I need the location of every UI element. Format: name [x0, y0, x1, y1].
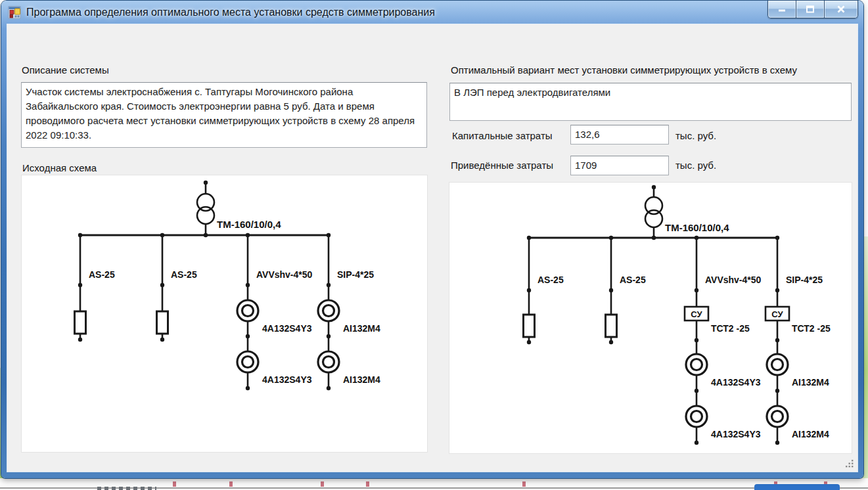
- reduced-costs-input[interactable]: 1709: [570, 156, 669, 175]
- motor-label: 4A132S4Y3: [711, 429, 761, 439]
- reduced-costs-unit: тыс. руб.: [675, 160, 716, 171]
- app-window: Программа определения оптимального места…: [1, 1, 863, 478]
- maximize-icon: [806, 5, 815, 14]
- background-red-mark: [229, 481, 233, 487]
- motor-label: AI132M4: [792, 377, 829, 388]
- capital-costs-input[interactable]: 132,6: [570, 125, 669, 145]
- su-box-label: СУ: [691, 309, 702, 319]
- source-scheme-diagram: ТМ-160/10/0,4 AS-25: [22, 175, 427, 452]
- cable-label: AVVshv-4*50: [256, 269, 313, 280]
- capital-costs-unit: тыс. руб.: [675, 130, 716, 141]
- minimize-icon: [777, 5, 787, 14]
- cable-label: AS-25: [89, 269, 115, 280]
- cable-label: AVVshv-4*50: [705, 275, 762, 285]
- motor-label: AI132M4: [343, 374, 380, 385]
- optimal-scheme-panel: ТМ-160/10/0,4 AS-25: [449, 183, 852, 453]
- branch-line-2: [606, 238, 617, 344]
- background-smudge: [97, 487, 156, 490]
- su-box-label: СУ: [771, 309, 783, 319]
- su-device-label: ТСТ2 -25: [711, 323, 750, 334]
- description-textbox[interactable]: Участок системы электроснабжения с. Тапт…: [21, 82, 427, 148]
- reduced-costs-label: Приведённые затраты: [451, 160, 553, 171]
- branch-line-1: [75, 235, 86, 342]
- maximize-button[interactable]: [796, 1, 825, 18]
- branch-line-4: [765, 238, 789, 445]
- su-device-label: ТСТ2 -25: [792, 323, 831, 334]
- motor-label: 4A132S4Y3: [262, 323, 312, 334]
- motor-label: 4A132S4Y3: [262, 374, 312, 385]
- titlebar[interactable]: Программа определения оптимального места…: [1, 1, 863, 24]
- branch-line-3: [685, 238, 708, 445]
- transformer-label: ТМ-160/10/0,4: [217, 219, 281, 230]
- minimize-button[interactable]: [767, 1, 796, 18]
- background-document-strip: [0, 478, 868, 490]
- transformer-symbol: [197, 181, 214, 235]
- app-icon: [8, 6, 21, 19]
- branch-line-1: [524, 238, 535, 344]
- desktop-background: Программа определения оптимального места…: [0, 0, 868, 490]
- background-blue-strip: [754, 484, 840, 490]
- close-icon: [836, 5, 846, 14]
- cable-label: AS-25: [537, 275, 564, 285]
- cable-label: AS-25: [171, 269, 197, 280]
- motor-label: 4A132S4Y3: [711, 377, 761, 388]
- motor-label: AI132M4: [343, 323, 380, 334]
- description-label: Описание системы: [22, 64, 109, 76]
- cable-label: SIP-4*25: [337, 269, 374, 280]
- background-red-mark: [321, 481, 324, 487]
- branch-line-2: [157, 235, 168, 342]
- transformer-label: ТМ-160/10/0,4: [665, 222, 729, 233]
- window-title: Программа определения оптимального места…: [26, 1, 435, 24]
- capital-costs-label: Капитальные затраты: [452, 130, 553, 141]
- caption-buttons: [767, 1, 858, 18]
- source-scheme-panel: ТМ-160/10/0,4 AS-25: [22, 175, 427, 452]
- cable-label: AS-25: [620, 275, 646, 285]
- branch-line-3: [237, 235, 258, 390]
- background-red-mark: [173, 481, 176, 487]
- source-scheme-label: Исходная схема: [22, 162, 97, 173]
- close-button[interactable]: [825, 1, 858, 18]
- transformer-symbol: [645, 185, 662, 238]
- optimal-variant-label: Оптимальный вариант мест установки симме…: [451, 64, 797, 76]
- background-red-mark: [366, 481, 369, 487]
- motor-label: AI132M4: [792, 429, 829, 439]
- branch-line-4: [318, 235, 339, 390]
- resize-grip[interactable]: [844, 458, 854, 468]
- cable-label: SIP-4*25: [786, 275, 823, 285]
- background-red-mark: [522, 481, 526, 487]
- optimal-scheme-diagram: ТМ-160/10/0,4 AS-25: [449, 183, 852, 453]
- optimal-variant-textbox[interactable]: В ЛЭП перед электродвигателями: [449, 83, 852, 121]
- client-area: Описание системы Участок системы электро…: [7, 24, 857, 472]
